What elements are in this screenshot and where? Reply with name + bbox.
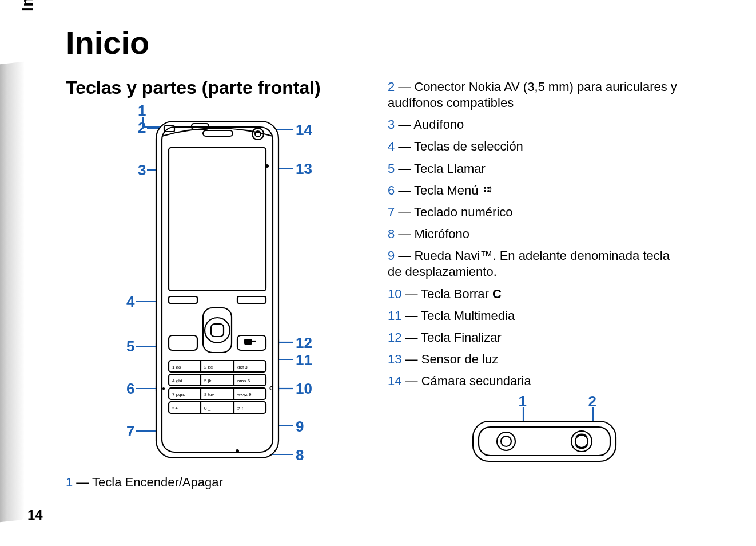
svg-text:1 ao: 1 ao — [172, 365, 181, 370]
callout-1: 1 — [138, 102, 146, 120]
svg-text:# ↑: # ↑ — [237, 406, 244, 411]
top-callout-1: 1 — [519, 393, 527, 410]
legend-text: — Rueda Navi™. En adelante denominada te… — [388, 248, 670, 279]
legend-item-2: 2 — Conector Nokia AV (3,5 mm) para auri… — [388, 79, 683, 111]
legend-item-5: 5 — Tecla Llamar — [388, 161, 683, 177]
svg-text:●: ● — [162, 385, 165, 391]
legend-text: — Audífono — [395, 117, 464, 132]
side-tab-label: Inicio — [18, 0, 37, 11]
legend-num: 6 — [388, 183, 395, 197]
callout-9: 9 — [296, 418, 304, 436]
svg-rect-33 — [244, 339, 252, 345]
svg-point-63 — [236, 449, 239, 453]
legend-item-8: 8 — Micrófono — [388, 226, 683, 242]
svg-point-67 — [487, 190, 490, 192]
svg-text:4 ghi: 4 ghi — [172, 378, 182, 383]
legend-num: 9 — [388, 248, 395, 263]
svg-text:def 3: def 3 — [237, 365, 248, 370]
legend-num: 10 — [388, 287, 401, 301]
legend-item-1: 1 — Tecla Encender/Apagar — [66, 475, 364, 490]
svg-text:8 tuv: 8 tuv — [204, 392, 214, 397]
front-phone-svg: 1 ao2 bcdef 3 4 ghi5 jklmno 6 7 pqrs8 tu… — [89, 104, 340, 470]
menu-key-icon — [482, 184, 494, 196]
callout-3: 3 — [138, 161, 146, 179]
svg-text:mno 6: mno 6 — [237, 378, 250, 383]
top-view-diagram: 1 2 — [439, 395, 633, 475]
legend-item-7: 7 — Teclado numérico — [388, 204, 683, 220]
svg-text:2 bc: 2 bc — [204, 365, 213, 370]
legend-text: — Tecla Llamar — [395, 161, 486, 176]
legend-item-13: 13 — Sensor de luz — [388, 351, 683, 367]
callout-13: 13 — [296, 160, 312, 178]
legend-item-3: 3 — Audífono — [388, 117, 683, 133]
content-area: Inicio Teclas y partes (parte frontal) 1… — [66, 24, 741, 512]
two-columns: Teclas y partes (parte frontal) 1 2 3 4 … — [66, 77, 741, 512]
front-phone-diagram: 1 2 3 4 5 6 7 8 9 10 11 12 13 14 — [89, 104, 340, 470]
manual-page: Inicio 14 Inicio Teclas y partes (parte … — [0, 0, 756, 546]
right-column: 2 — Conector Nokia AV (3,5 mm) para auri… — [375, 77, 683, 512]
legend-num: 3 — [388, 117, 395, 132]
legend-num: 4 — [388, 139, 395, 153]
legend-text: — Teclas de selección — [395, 139, 523, 153]
legend-num: 14 — [388, 374, 401, 388]
svg-text:wxyz 9: wxyz 9 — [237, 392, 252, 397]
legend-num: 13 — [388, 352, 401, 366]
callout-14: 14 — [296, 121, 312, 139]
left-column: Teclas y partes (parte frontal) 1 2 3 4 … — [66, 77, 375, 512]
section-subtitle: Teclas y partes (parte frontal) — [66, 77, 364, 98]
callout-8: 8 — [296, 446, 304, 464]
side-stripe-decor — [0, 62, 24, 522]
callout-11: 11 — [296, 351, 312, 369]
svg-text:* +: * + — [172, 406, 178, 411]
legend-num: 12 — [388, 330, 401, 345]
svg-point-64 — [484, 187, 486, 189]
callout-6: 6 — [126, 380, 134, 398]
top-callout-2: 2 — [588, 393, 596, 410]
legend-text: — Tecla Finalizar — [401, 330, 501, 345]
callout-4: 4 — [126, 293, 134, 311]
legend-num: 1 — [66, 475, 73, 489]
svg-rect-34 — [203, 308, 232, 353]
legend-num: 2 — [388, 80, 395, 94]
legend-num: 7 — [388, 205, 395, 219]
legend-text: — Tecla Borrar — [401, 287, 492, 301]
svg-text:0 _: 0 _ — [204, 406, 211, 411]
svg-point-65 — [487, 187, 490, 189]
callout-5: 5 — [126, 338, 134, 355]
legend-text: — Conector Nokia AV (3,5 mm) para auricu… — [388, 80, 677, 110]
svg-text:5 jkl: 5 jkl — [204, 378, 212, 383]
legend-item-9: 9 — Rueda Navi™. En adelante denominada … — [388, 248, 683, 280]
legend-item-6: 6 — Tecla Menú — [388, 183, 683, 199]
legend-text: — Sensor de luz — [401, 352, 498, 366]
legend-item-11: 11 — Tecla Multimedia — [388, 308, 683, 324]
top-view-svg — [439, 395, 633, 475]
callout-12: 12 — [296, 334, 312, 352]
legend-item-10: 10 — Tecla Borrar C — [388, 286, 683, 302]
page-title: Inicio — [66, 24, 741, 61]
legend-text: — Micrófono — [395, 227, 469, 241]
svg-rect-28 — [169, 148, 266, 291]
legend-num: 11 — [388, 308, 401, 323]
legend-num: 5 — [388, 161, 395, 176]
svg-text:c: c — [269, 384, 273, 392]
legend-item-4: 4 — Teclas de selección — [388, 139, 683, 155]
callout-10: 10 — [296, 380, 312, 398]
legend-text: — Tecla Multimedia — [401, 308, 515, 323]
legend-bold: C — [492, 287, 502, 301]
legend-item-14: 14 — Cámara secundaria — [388, 373, 683, 389]
legend-item-12: 12 — Tecla Finalizar — [388, 330, 683, 346]
legend-text: — Teclado numérico — [395, 205, 512, 219]
callout-2: 2 — [138, 119, 146, 137]
page-number: 14 — [27, 507, 43, 523]
legend-text: — Tecla Menú — [395, 183, 482, 197]
svg-rect-66 — [484, 190, 486, 192]
legend-text: — Tecla Encender/Apagar — [73, 475, 223, 489]
svg-text:7 pqrs: 7 pqrs — [172, 392, 185, 397]
legend-text: — Cámara secundaria — [401, 374, 531, 388]
legend-num: 8 — [388, 227, 395, 241]
callout-7: 7 — [126, 422, 134, 440]
